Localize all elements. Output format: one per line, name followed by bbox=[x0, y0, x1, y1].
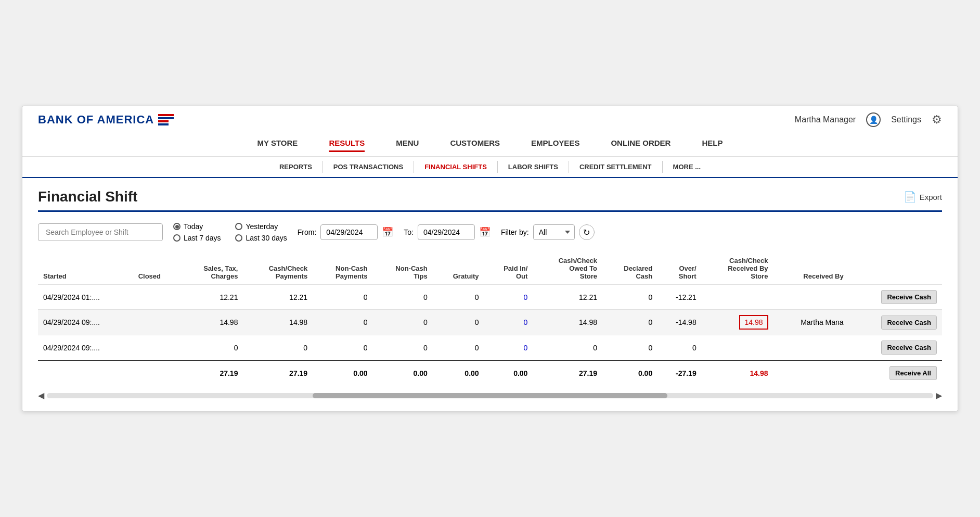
cell-gratuity-3: 0 bbox=[433, 335, 484, 361]
cell-started-2: 04/29/2024 09:.... bbox=[38, 310, 133, 335]
radio-today-circle bbox=[173, 223, 180, 230]
total-action: Receive All bbox=[849, 360, 942, 385]
cell-declared-2: 0 bbox=[602, 310, 657, 335]
cell-over-short-1: -12.21 bbox=[657, 285, 702, 310]
col-cash-check-owed: Cash/CheckOwed ToStore bbox=[533, 253, 602, 285]
col-paid-in-out: Paid In/Out bbox=[484, 253, 533, 285]
col-started: Started bbox=[38, 253, 133, 285]
to-date-filter: To: 📅 bbox=[404, 224, 491, 240]
cell-received-store-1 bbox=[702, 285, 773, 310]
to-label: To: bbox=[404, 228, 414, 236]
filter-by-label: Filter by: bbox=[501, 228, 529, 236]
to-calendar-icon[interactable]: 📅 bbox=[479, 226, 491, 238]
cell-non-cash-tips-3: 0 bbox=[372, 335, 432, 361]
nav-customers[interactable]: CUSTOMERS bbox=[450, 138, 500, 152]
nav-my-store[interactable]: MY STORE bbox=[257, 138, 298, 152]
export-icon: 📄 bbox=[904, 191, 917, 203]
cell-non-cash-tips-1: 0 bbox=[372, 285, 432, 310]
scroll-right-arrow[interactable]: ▶ bbox=[936, 390, 942, 400]
radio-last30[interactable]: Last 30 days bbox=[235, 234, 287, 242]
subnav-financial-shifts[interactable]: FINANCIAL SHIFTS bbox=[414, 161, 498, 173]
subnav-credit-settlement[interactable]: CREDIT SETTLEMENT bbox=[569, 161, 663, 173]
cell-non-cash-pay-1: 0 bbox=[313, 285, 372, 310]
total-non-cash-tips: 0.00 bbox=[372, 360, 432, 385]
flag-stripe-red-1 bbox=[158, 114, 174, 116]
cell-non-cash-pay-2: 0 bbox=[313, 310, 372, 335]
to-date-input[interactable] bbox=[418, 224, 475, 240]
filter-by-select[interactable]: All bbox=[533, 224, 575, 240]
cell-action-1: Receive Cash bbox=[849, 285, 942, 310]
logo-flag bbox=[158, 114, 174, 126]
receive-cash-button-3[interactable]: Receive Cash bbox=[881, 341, 937, 355]
scroll-left-arrow[interactable]: ◀ bbox=[38, 390, 44, 400]
col-cash-check-received: Cash/CheckReceived ByStore bbox=[702, 253, 773, 285]
nav-online-order[interactable]: ONLINE ORDER bbox=[611, 138, 670, 152]
cell-closed-3 bbox=[133, 335, 180, 361]
radio-last30-label: Last 30 days bbox=[246, 234, 287, 242]
nav-employees[interactable]: EMPLOYEES bbox=[531, 138, 579, 152]
cell-paid-in-out-3[interactable]: 0 bbox=[484, 335, 533, 361]
cell-paid-in-out-2[interactable]: 0 bbox=[484, 310, 533, 335]
table-row: 04/29/2024 09:.... 14.98 14.98 0 0 0 0 1… bbox=[38, 310, 942, 335]
radio-today[interactable]: Today bbox=[173, 222, 225, 231]
subnav-pos-transactions[interactable]: POS TRANSACTIONS bbox=[323, 161, 414, 173]
top-header: BANK OF AMERICA Martha Manager 👤 Setting… bbox=[22, 106, 958, 133]
receive-all-button[interactable]: Receive All bbox=[889, 366, 937, 380]
nav-menu[interactable]: MENU bbox=[396, 138, 419, 152]
settings-label[interactable]: Settings bbox=[891, 115, 921, 124]
total-cash-pay: 27.19 bbox=[243, 360, 313, 385]
cell-non-cash-tips-2: 0 bbox=[372, 310, 432, 335]
col-gratuity: Gratuity bbox=[433, 253, 484, 285]
from-calendar-icon[interactable]: 📅 bbox=[382, 226, 393, 238]
total-paid-in-out: 0.00 bbox=[484, 360, 533, 385]
subnav-reports[interactable]: REPORTS bbox=[269, 161, 323, 173]
receive-cash-button-1[interactable]: Receive Cash bbox=[881, 290, 937, 304]
user-icon[interactable]: 👤 bbox=[866, 112, 881, 127]
cell-action-2: Receive Cash bbox=[849, 310, 942, 335]
cell-gratuity-1: 0 bbox=[433, 285, 484, 310]
nav-help[interactable]: HELP bbox=[702, 138, 723, 152]
horizontal-scrollbar[interactable]: ◀ ▶ bbox=[38, 390, 942, 400]
from-date-input[interactable] bbox=[320, 224, 378, 240]
cell-received-by-2: Martha Mana bbox=[773, 310, 849, 335]
gear-icon[interactable]: ⚙ bbox=[932, 113, 942, 127]
scroll-track[interactable] bbox=[47, 393, 933, 398]
table-row: 04/29/2024 01:.... 12.21 12.21 0 0 0 0 1… bbox=[38, 285, 942, 310]
cell-cash-pay-1: 12.21 bbox=[243, 285, 313, 310]
export-label: Export bbox=[920, 193, 942, 201]
scroll-thumb[interactable] bbox=[313, 393, 667, 398]
receive-cash-button-2[interactable]: Receive Cash bbox=[881, 316, 937, 330]
search-input[interactable] bbox=[38, 223, 163, 241]
total-received-store: 14.98 bbox=[702, 360, 773, 385]
refresh-button[interactable]: ↻ bbox=[579, 224, 595, 240]
total-declared: 0.00 bbox=[602, 360, 657, 385]
financial-shift-table: Started Closed Sales, Tax,Charges Cash/C… bbox=[38, 253, 942, 385]
nav-results[interactable]: RESULTS bbox=[329, 138, 365, 152]
col-received-by: Received By bbox=[773, 253, 849, 285]
radio-last7[interactable]: Last 7 days bbox=[173, 234, 225, 242]
cell-paid-in-out-1[interactable]: 0 bbox=[484, 285, 533, 310]
cell-declared-1: 0 bbox=[602, 285, 657, 310]
cell-received-store-2: 14.98 bbox=[702, 310, 773, 335]
cell-gratuity-2: 0 bbox=[433, 310, 484, 335]
highlighted-amount: 14.98 bbox=[739, 315, 768, 330]
radio-last7-circle bbox=[173, 234, 180, 242]
total-over-short: -27.19 bbox=[657, 360, 702, 385]
page-title-row: Financial Shift 📄 Export bbox=[38, 188, 942, 205]
sub-nav: REPORTS POS TRANSACTIONS FINANCIAL SHIFT… bbox=[22, 157, 958, 178]
col-cash-check-payments: Cash/CheckPayments bbox=[243, 253, 313, 285]
total-label bbox=[38, 360, 179, 385]
subnav-more[interactable]: MORE ... bbox=[663, 161, 711, 173]
filter-row: Today Yesterday Last 7 days Last 30 days… bbox=[38, 222, 942, 242]
total-received-by bbox=[773, 360, 849, 385]
flag-stripe-blue-1 bbox=[158, 117, 174, 119]
radio-yesterday[interactable]: Yesterday bbox=[235, 222, 287, 231]
subnav-labor-shifts[interactable]: LABOR SHIFTS bbox=[498, 161, 569, 173]
radio-last30-circle bbox=[235, 234, 242, 242]
col-declared-cash: DeclaredCash bbox=[602, 253, 657, 285]
cell-cash-pay-3: 0 bbox=[243, 335, 313, 361]
export-button[interactable]: 📄 Export bbox=[904, 191, 942, 203]
blue-divider bbox=[38, 210, 942, 212]
page-content: Financial Shift 📄 Export Today Yesterday bbox=[22, 178, 958, 411]
total-gratuity: 0.00 bbox=[433, 360, 484, 385]
